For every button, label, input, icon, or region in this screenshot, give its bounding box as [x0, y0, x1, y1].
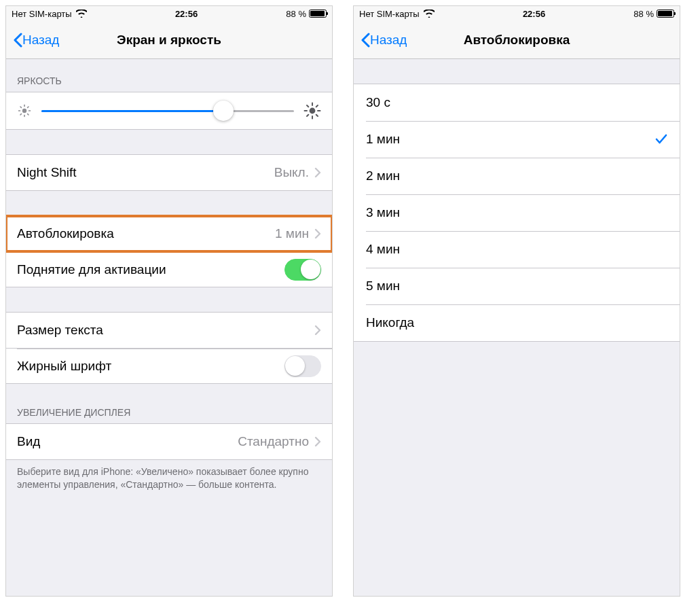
svg-line-7: [28, 107, 29, 107]
chevron-right-icon: [314, 167, 321, 178]
autolock-value: 1 мин: [275, 226, 309, 241]
svg-line-16: [316, 105, 318, 107]
svg-line-5: [20, 107, 21, 107]
autolock-row[interactable]: Автоблокировка 1 мин: [6, 216, 332, 251]
autolock-option-label: 4 мин: [366, 242, 667, 257]
brightness-slider-row[interactable]: [6, 92, 332, 129]
autolock-option-label: 1 мин: [366, 132, 655, 147]
autolock-option[interactable]: 1 мин: [354, 121, 680, 158]
view-value: Стандартно: [238, 434, 309, 449]
chevron-right-icon: [314, 436, 321, 447]
back-button[interactable]: Назад: [13, 33, 59, 48]
autolock-option-label: 2 мин: [366, 169, 667, 183]
svg-point-0: [22, 109, 26, 113]
svg-line-6: [28, 114, 29, 115]
toggle-knob: [301, 260, 320, 279]
text-size-row[interactable]: Размер текста: [6, 313, 332, 348]
night-shift-group: Night Shift Выкл.: [6, 154, 332, 191]
section-header-brightness: ЯРКОСТЬ: [6, 59, 332, 92]
autolock-option-label: 3 мин: [366, 205, 667, 220]
autolock-content: 30 с1 мин2 мин3 мин4 мин5 минНикогда: [354, 59, 680, 596]
autolock-option[interactable]: 4 мин: [354, 231, 680, 268]
autolock-option[interactable]: Никогда: [354, 304, 680, 341]
autolock-group: Автоблокировка 1 мин Поднятие для актива…: [6, 215, 332, 287]
raise-to-wake-toggle[interactable]: [284, 259, 321, 281]
night-shift-value: Выкл.: [274, 165, 309, 180]
view-label: Вид: [17, 434, 238, 449]
brightness-slider[interactable]: [41, 110, 294, 112]
toggle-knob: [285, 356, 305, 376]
brightness-slider-thumb[interactable]: [213, 101, 234, 121]
battery-pct: 88 %: [286, 9, 306, 19]
svg-line-17: [307, 115, 308, 116]
text-size-label: Размер текста: [17, 323, 314, 338]
nav-bar: Назад Экран и яркость: [6, 21, 332, 59]
back-label: Назад: [370, 33, 407, 48]
text-group: Размер текста Жирный шрифт: [6, 312, 332, 384]
raise-to-wake-row[interactable]: Поднятие для активации: [6, 251, 332, 287]
battery-icon: [309, 10, 327, 18]
night-shift-label: Night Shift: [17, 165, 274, 180]
clock: 22:56: [523, 9, 545, 19]
autolock-option[interactable]: 5 мин: [354, 268, 680, 304]
bold-text-row[interactable]: Жирный шрифт: [6, 348, 332, 383]
nav-bar: Назад Автоблокировка: [354, 21, 680, 59]
battery-fill: [310, 11, 325, 16]
autolock-option-label: 30 с: [366, 95, 667, 110]
sun-low-icon: [17, 103, 32, 118]
chevron-left-icon: [361, 33, 370, 48]
wifi-icon: [424, 10, 435, 18]
battery-icon: [657, 10, 674, 18]
brightness-slider-fill: [41, 110, 223, 112]
wifi-icon: [76, 10, 87, 18]
view-row[interactable]: Вид Стандартно: [6, 424, 332, 459]
bold-text-label: Жирный шрифт: [17, 359, 284, 374]
autolock-option-label: Никогда: [366, 315, 667, 330]
svg-line-15: [316, 115, 318, 116]
carrier-label: Нет SIM-карты: [359, 9, 420, 19]
clock: 22:56: [175, 9, 198, 19]
phone-display-brightness: Нет SIM-карты 22:56 88 % Назад Экран и я…: [5, 5, 333, 597]
back-button[interactable]: Назад: [361, 33, 407, 48]
back-label: Назад: [22, 33, 59, 48]
chevron-right-icon: [314, 325, 321, 336]
svg-line-8: [20, 114, 21, 115]
phone-autolock: Нет SIM-карты 22:56 88 % Назад Автоблоки…: [353, 5, 680, 597]
status-bar: Нет SIM-карты 22:56 88 %: [6, 6, 332, 21]
check-icon: [655, 134, 667, 145]
autolock-option[interactable]: 2 мин: [354, 158, 680, 194]
autolock-option[interactable]: 30 с: [354, 84, 680, 121]
chevron-left-icon: [13, 33, 22, 48]
view-footer: Выберите вид для iPhone: «Увеличено» пок…: [6, 460, 332, 502]
svg-point-9: [310, 108, 316, 114]
autolock-options: 30 с1 мин2 мин3 мин4 мин5 минНикогда: [354, 84, 680, 342]
battery-pct: 88 %: [633, 9, 654, 19]
raise-to-wake-label: Поднятие для активации: [17, 262, 284, 277]
section-header-display-zoom: УВЕЛИЧЕНИЕ ДИСПЛЕЯ: [6, 384, 332, 423]
sun-high-icon: [303, 102, 321, 120]
brightness-group: [6, 92, 332, 130]
status-bar: Нет SIM-карты 22:56 88 %: [354, 6, 680, 21]
autolock-option-label: 5 мин: [366, 279, 667, 294]
carrier-label: Нет SIM-карты: [12, 9, 72, 19]
battery-fill: [658, 11, 672, 16]
autolock-label: Автоблокировка: [17, 226, 275, 241]
bold-text-toggle[interactable]: [284, 355, 321, 377]
night-shift-row[interactable]: Night Shift Выкл.: [6, 155, 332, 190]
svg-line-14: [307, 105, 308, 107]
settings-content: ЯРКОСТЬ Night Shift Выкл.: [6, 59, 332, 596]
view-group: Вид Стандартно: [6, 423, 332, 460]
autolock-option[interactable]: 3 мин: [354, 194, 680, 231]
chevron-right-icon: [314, 228, 321, 239]
